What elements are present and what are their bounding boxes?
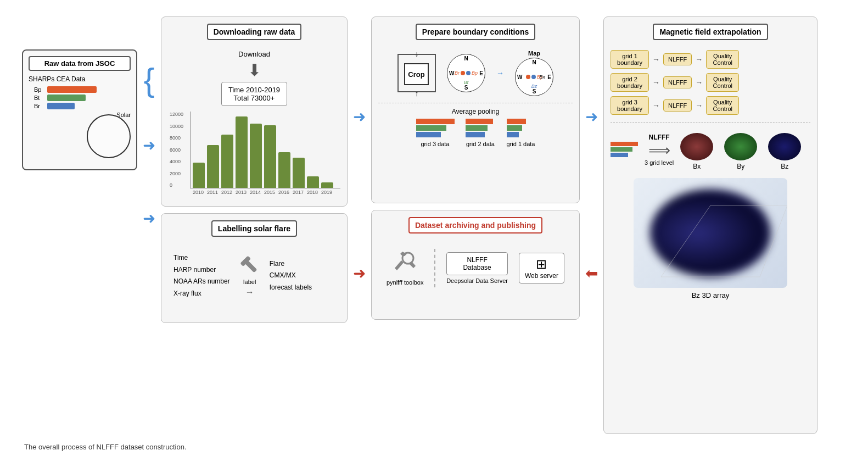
flow-arrow-1b: → [695,55,703,64]
web-server-label: Web server [525,272,558,280]
grid2-bar-r [466,119,493,124]
right-arrow-icon: → [245,287,254,297]
web-server-box: ⊞ Web server [519,253,564,283]
label-middle: label → [239,254,261,297]
toolbox-icon [393,251,417,275]
y-label-10000: 10000 [170,124,183,129]
x-2015: 2015 [264,190,276,195]
bar-chart: 12000 10000 8000 6000 4000 2000 0 [168,112,340,199]
left-brace-connector: { ➜ ➜ [143,33,155,253]
bar-2012 [221,135,233,188]
col1-panels: Downloading raw data Download ⬇ Time 201… [161,16,348,323]
compass1-br: Br [455,70,460,76]
grid3-bar-g [416,125,446,131]
y-label-6000: 6000 [170,147,183,153]
y-label-2000: 2000 [170,171,183,176]
raw-data-box: Raw data from JSOC SHARPs CEA Data Bp Bt… [22,49,137,170]
compass1-s: S [464,85,468,91]
grid-row-1: grid 1 boundary → NLFFF → Quality Contro… [611,50,810,69]
col2-col3-connectors: ➜ ⬅ [585,16,598,346]
compass1: N S E W Br Bp Bt [447,54,485,92]
compass1-w: W [449,70,454,76]
grid2-label: grid 2 data [466,141,496,147]
compass2-dot-blue [531,75,536,79]
compass1-bt: Bt [464,80,469,85]
dataset-content: pynlfff toolbox NLFFF Database Deepsolar… [378,243,573,293]
mag-title: Magnetic field extrapolation [653,24,768,40]
download-panel-header: Downloading raw data [168,24,340,46]
compass2-n: N [532,59,536,65]
arrow-bottom-right-in: ⬅ [585,264,598,282]
channel-br: Br [34,103,45,109]
x-labels: 2010 2011 2012 2013 2014 2015 2016 2017 … [190,188,340,196]
label-noaa: NOAA ARs number [173,276,230,288]
flow-arrow-3a: → [652,101,660,110]
boundary-panel-header: Prepare boundary conditions [378,24,573,46]
channel-bars: Bp Bt Br [34,86,131,109]
bz-label: Bz [768,163,801,170]
bar-2017 [293,158,305,188]
avg-pool-label: Average pooling [378,108,573,115]
nlfff-label-3: NLFFF [668,102,687,109]
grid-row-2: grid 2 boundary → NLFFF → Quality Contro… [611,73,810,92]
label-title: Labelling solar flare [211,220,297,237]
y-label-0: 0 [170,182,183,188]
compass2: N S E W By Bz Bx [515,58,553,96]
channel-bp: Bp [34,86,45,93]
label-content: Time HARP number NOAA ARs number X-ray f… [168,247,340,305]
time-line1: Time 2010-2019 [228,86,280,94]
grid1-boundary-line1: grid 1 [615,53,644,59]
qc-line1-3: Quality [711,99,734,105]
compass2-dot-red [526,75,530,79]
db-line1: NLFFF [452,256,502,264]
y-label-8000: 8000 [170,135,183,141]
boundary-panel: Prepare boundary conditions Crop [371,16,580,203]
by-item: By [724,133,757,170]
main-container: Raw data from JSOC SHARPs CEA Data Bp Bt… [0,0,868,462]
map-label: Map [515,50,553,57]
time-line2: Total 73000+ [234,94,275,102]
label-right: Flare CMX/MX forecast labels [270,258,312,294]
x-2012: 2012 [221,190,233,195]
y-labels: 12000 10000 8000 6000 4000 2000 0 [170,112,183,188]
bar-2011 [207,145,219,188]
flow-arrow-2b: → [695,78,703,87]
compass1-dot-red [461,71,465,75]
grid3-bars [416,119,455,141]
toolbox-section: pynlfff toolbox [387,251,423,286]
grid3-bar-b [416,132,441,137]
nlfff-label-1: NLFFF [668,56,687,63]
grid3-boundary-box: grid 3 boundary [611,96,649,115]
channel-row-bt: Bt [34,94,131,101]
bar-2019 [321,182,333,188]
raw-data-title: Raw data from JSOC [29,56,131,71]
col1-col2-connectors: ➜ ➜ [353,16,366,346]
nlfff-box-2: NLFFF [663,76,692,88]
channel-row-bp: Bp [34,86,131,93]
compass2-s: S [533,88,536,94]
mag-dashed-line [611,123,810,123]
time-box: Time 2010-2019 Total 73000+ [221,82,287,106]
label-left: Time HARP number NOAA ARs number X-ray f… [173,252,230,299]
nlfff-label-2: NLFFF [668,79,687,86]
grid1-bars [507,119,526,141]
grid1-bar-r [507,119,526,124]
flow-arrow-1a: → [652,55,660,64]
compass1-dot-blue [466,71,471,75]
dataset-title: Dataset archiving and publishing [408,217,542,234]
grid-data-row: grid 3 data grid 2 data [378,119,573,147]
grid1-label: grid 1 data [507,141,535,147]
three-grid-row: NLFFF ⟹ 3 grid level Bx By [611,129,810,170]
bx-item: Bx [680,133,713,170]
compass2-bz: Bz [531,84,537,89]
dataset-panel-header: Dataset archiving and publishing [378,217,573,239]
qc-box-2: Quality Control [706,73,739,92]
grid2-boundary-box: grid 2 boundary [611,73,649,92]
label-xray: X-ray flux [173,288,230,300]
sharps-label: SHARPs CEA Data [29,75,131,83]
boundary-dashed-sep [378,103,573,103]
nlfff-big-label: NLFFF [645,134,674,141]
by-label: By [724,163,757,170]
channel-row-br: Br [34,103,131,109]
nlfff-big-arrow: NLFFF ⟹ 3 grid level [645,134,674,166]
